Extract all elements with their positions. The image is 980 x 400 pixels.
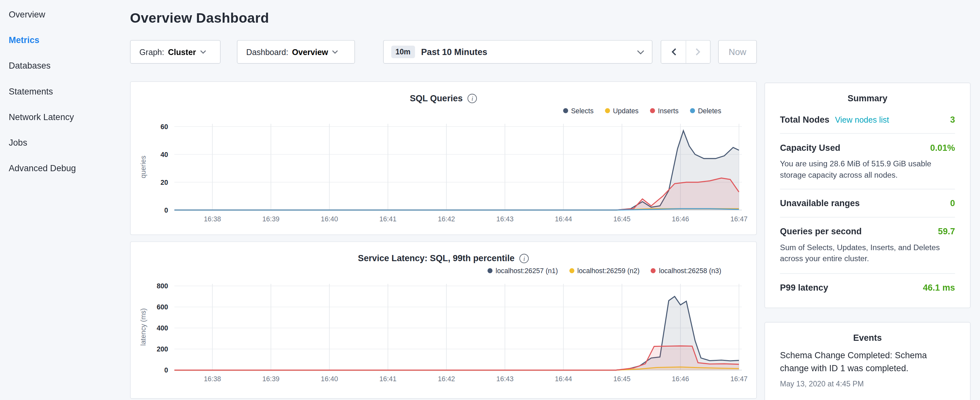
sidebar: OverviewMetricsDatabasesStatementsNetwor… xyxy=(0,0,130,400)
legend-label: localhost:26257 (n1) xyxy=(496,267,558,274)
view-nodes-list-link[interactable]: View nodes list xyxy=(835,115,889,124)
legend-dot-icon xyxy=(563,108,568,113)
svg-text:16:45: 16:45 xyxy=(613,375,631,383)
legend-dot-icon xyxy=(488,268,492,273)
chart-plot-area: queries 16:3816:3916:4016:4116:4216:4316… xyxy=(131,119,756,226)
svg-text:400: 400 xyxy=(157,324,168,332)
svg-text:16:47: 16:47 xyxy=(730,215,748,223)
summary-description: You are using 28.6 MiB of 515.9 GiB usab… xyxy=(780,158,955,181)
summary-panel: Summary Total NodesView nodes list3Capac… xyxy=(765,83,970,308)
svg-text:60: 60 xyxy=(161,123,168,131)
legend-label: localhost:26258 (n3) xyxy=(659,267,721,274)
sidebar-item-network-latency[interactable]: Network Latency xyxy=(0,104,130,129)
summary-value: 0.01% xyxy=(930,142,955,153)
summary-title: Summary xyxy=(780,93,955,103)
svg-text:0: 0 xyxy=(164,367,168,374)
sidebar-item-statements[interactable]: Statements xyxy=(0,78,130,104)
svg-text:200: 200 xyxy=(157,345,168,353)
svg-text:40: 40 xyxy=(161,151,168,159)
svg-text:16:42: 16:42 xyxy=(438,375,455,383)
graph-dropdown-value: Cluster xyxy=(168,47,196,57)
svg-text:16:42: 16:42 xyxy=(438,215,455,223)
info-icon[interactable]: i xyxy=(468,94,477,103)
dashboard-dropdown-value: Overview xyxy=(292,47,328,57)
time-step-buttons xyxy=(661,40,711,64)
summary-row-capacity-used: Capacity Used0.01%You are using 28.6 MiB… xyxy=(780,134,955,189)
graph-dropdown-prefix: Graph: xyxy=(140,47,164,57)
chart-title: SQL Queries xyxy=(410,93,463,103)
summary-label: Queries per second xyxy=(780,226,862,237)
chart-plot-area: latency (ms) 16:3816:3916:4016:4116:4216… xyxy=(131,279,756,386)
svg-text:16:38: 16:38 xyxy=(204,375,221,383)
svg-text:16:45: 16:45 xyxy=(613,215,631,223)
events-panel: Events Schema Change Completed: Schema c… xyxy=(765,322,970,400)
svg-text:16:44: 16:44 xyxy=(555,215,572,223)
legend-item-localhost-26258-n3[interactable]: localhost:26258 (n3) xyxy=(651,266,721,275)
summary-label: Total Nodes xyxy=(780,115,830,124)
dashboard-dropdown[interactable]: Dashboard: Overview xyxy=(237,40,355,64)
legend-label: Inserts xyxy=(658,107,679,114)
legend-dot-icon xyxy=(650,108,654,113)
time-forward-button[interactable] xyxy=(686,41,710,64)
info-icon[interactable]: i xyxy=(520,253,529,263)
summary-row-p99-latency: P99 latency46.1 ms xyxy=(780,274,955,301)
svg-text:16:44: 16:44 xyxy=(555,375,572,383)
sidebar-item-jobs[interactable]: Jobs xyxy=(0,129,130,155)
legend-item-localhost-26259-n2[interactable]: localhost:26259 (n2) xyxy=(569,266,640,275)
chevron-right-icon xyxy=(695,48,701,56)
legend-item-deletes[interactable]: Deletes xyxy=(690,105,721,115)
summary-label: Capacity Used xyxy=(780,142,840,153)
summary-rows: Total NodesView nodes list3Capacity Used… xyxy=(780,105,955,301)
svg-text:0: 0 xyxy=(164,207,168,214)
legend-item-selects[interactable]: Selects xyxy=(563,105,594,115)
service-latency-chart-card: Service Latency: SQL, 99th percentile i … xyxy=(130,241,757,399)
time-back-button[interactable] xyxy=(661,41,686,64)
svg-text:16:39: 16:39 xyxy=(262,375,280,383)
graph-scope-dropdown[interactable]: Graph: Cluster xyxy=(130,40,221,64)
legend-dot-icon xyxy=(690,108,695,113)
legend-label: localhost:26259 (n2) xyxy=(577,267,640,274)
time-window-selector[interactable]: 10m Past 10 Minutes xyxy=(383,40,652,64)
svg-text:800: 800 xyxy=(157,282,168,290)
chevron-down-icon xyxy=(200,50,206,54)
sidebar-item-advanced-debug[interactable]: Advanced Debug xyxy=(0,155,130,180)
chart-legend: localhost:26257 (n1)localhost:26259 (n2)… xyxy=(131,266,756,275)
summary-label: P99 latency xyxy=(780,282,828,292)
svg-text:16:43: 16:43 xyxy=(496,215,514,223)
summary-label: Unavailable ranges xyxy=(780,198,860,209)
svg-text:16:40: 16:40 xyxy=(321,215,338,223)
events-title: Events xyxy=(780,332,955,343)
svg-text:16:40: 16:40 xyxy=(321,375,338,383)
sidebar-item-overview[interactable]: Overview xyxy=(0,1,130,27)
sql-queries-chart-card: SQL Queries i SelectsUpdatesInsertsDelet… xyxy=(130,81,757,235)
now-button[interactable]: Now xyxy=(718,40,757,64)
legend-item-updates[interactable]: Updates xyxy=(605,105,638,115)
chart-title: Service Latency: SQL, 99th percentile xyxy=(358,253,514,263)
page-title: Overview Dashboard xyxy=(130,10,757,26)
svg-text:16:43: 16:43 xyxy=(496,375,514,383)
sql-queries-plot: 16:3816:3916:4016:4116:4216:4316:4416:45… xyxy=(135,119,754,226)
service-latency-plot: 16:3816:3916:4016:4116:4216:4316:4416:45… xyxy=(135,279,754,386)
summary-value: 3 xyxy=(950,115,955,124)
summary-row-unavailable-ranges: Unavailable ranges0 xyxy=(780,190,955,218)
sidebar-item-metrics[interactable]: Metrics xyxy=(0,27,130,53)
event-timestamp: May 13, 2020 at 4:45 PM xyxy=(780,379,955,388)
svg-text:16:38: 16:38 xyxy=(204,215,221,223)
svg-text:16:47: 16:47 xyxy=(730,375,748,383)
legend-dot-icon xyxy=(569,268,574,273)
chart-title-row: Service Latency: SQL, 99th percentile i xyxy=(131,242,756,263)
time-window-badge: 10m xyxy=(391,46,415,58)
event-message: Schema Change Completed: Schema change w… xyxy=(780,349,955,376)
svg-text:16:46: 16:46 xyxy=(672,375,689,383)
legend-item-localhost-26257-n1[interactable]: localhost:26257 (n1) xyxy=(488,266,558,275)
sidebar-item-databases[interactable]: Databases xyxy=(0,53,130,78)
legend-item-inserts[interactable]: Inserts xyxy=(650,105,678,115)
summary-value: 46.1 ms xyxy=(923,282,955,292)
svg-text:16:46: 16:46 xyxy=(672,215,689,223)
svg-text:600: 600 xyxy=(157,303,168,311)
legend-label: Updates xyxy=(613,107,638,114)
app-viewport: OverviewMetricsDatabasesStatementsNetwor… xyxy=(0,0,980,400)
controls-bar: Graph: Cluster Dashboard: Overview 10m P… xyxy=(130,40,757,64)
chevron-left-icon xyxy=(670,48,676,56)
right-sidebar: Summary Total NodesView nodes list3Capac… xyxy=(765,83,970,400)
